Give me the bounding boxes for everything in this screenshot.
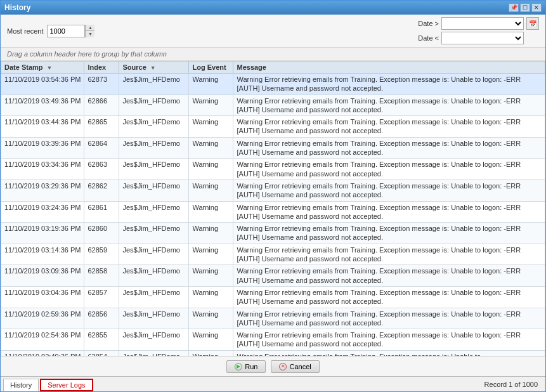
cell-date-text: 11/10/2019 03:09:36 PM <box>4 267 81 275</box>
most-recent-input[interactable]: 1000 <box>47 25 85 37</box>
cell-message-text: Warning Error retrieving emails from Tra… <box>237 310 521 327</box>
cell-logevent-text: Warning <box>192 160 218 168</box>
cell-date: 11/10/2019 02:49:36 PM <box>1 350 84 356</box>
table-row[interactable]: 11/10/2019 02:54:36 PM62855Jes$Jim_HFDem… <box>1 329 545 351</box>
cell-date: 11/10/2019 02:59:36 PM <box>1 308 84 329</box>
date-lt-select[interactable] <box>441 32 524 44</box>
tab-history[interactable]: History <box>3 379 39 391</box>
cell-source: Jes$Jim_HFDemo <box>119 223 189 244</box>
cell-message: Warning Error retrieving emails from Tra… <box>233 286 545 308</box>
table-row[interactable]: 11/10/2019 03:24:36 PM62861Jes$Jim_HFDem… <box>1 201 545 223</box>
most-recent-spinner[interactable]: 1000 ▲ ▼ <box>47 25 94 37</box>
table-row[interactable]: 11/10/2019 03:19:36 PM62860Jes$Jim_HFDem… <box>1 223 545 244</box>
table-row[interactable]: 11/10/2019 03:04:36 PM62857Jes$Jim_HFDem… <box>1 286 545 308</box>
cell-date-text: 11/10/2019 02:59:36 PM <box>4 310 81 318</box>
history-table: Date Stamp ▼ Index Source ▼ Log Event Me… <box>1 61 545 356</box>
date-lt-row: Date < <box>413 32 539 44</box>
cell-message-text: Warning Error retrieving emails from Tra… <box>237 75 521 92</box>
cell-logevent: Warning <box>189 159 233 180</box>
cell-logevent-text: Warning <box>192 310 218 318</box>
title-bar-buttons: 📌 ☐ ✕ <box>509 3 542 12</box>
cell-index-text: 62861 <box>88 204 107 211</box>
table-row[interactable]: 11/10/2019 03:39:36 PM62864Jes$Jim_HFDem… <box>1 137 545 159</box>
date-lt-label: Date < <box>413 34 439 42</box>
col-header-message[interactable]: Message <box>233 62 545 74</box>
cell-message-text: Warning Error retrieving emails from Tra… <box>237 204 521 220</box>
cancel-button[interactable]: ✕ Cancel <box>271 360 319 373</box>
cell-source-text: Jes$Jim_HFDemo <box>122 246 179 254</box>
cell-index-text: 62858 <box>88 267 107 275</box>
title-bar: History 📌 ☐ ✕ <box>1 1 545 15</box>
history-window: History 📌 ☐ ✕ Most recent 1000 ▲ ▼ Date … <box>0 0 546 392</box>
cell-date: 11/10/2019 03:39:36 PM <box>1 137 84 159</box>
cell-source: Jes$Jim_HFDemo <box>119 74 189 95</box>
close-button[interactable]: ✕ <box>531 3 542 12</box>
table-header-row: Date Stamp ▼ Index Source ▼ Log Event Me… <box>1 62 545 74</box>
cell-index: 62856 <box>84 308 119 329</box>
cell-logevent: Warning <box>189 350 233 356</box>
cell-message: Warning Error retrieving emails from Tra… <box>233 116 545 138</box>
cell-date-text: 11/10/2019 03:04:36 PM <box>4 289 81 296</box>
table-row[interactable]: 11/10/2019 03:14:36 PM62859Jes$Jim_HFDem… <box>1 244 545 265</box>
cell-date: 11/10/2019 03:09:36 PM <box>1 265 84 287</box>
cell-index-text: 62873 <box>88 75 107 83</box>
cell-logevent-text: Warning <box>192 246 218 254</box>
cell-date: 11/10/2019 03:44:36 PM <box>1 116 84 138</box>
cell-source: Jes$Jim_HFDemo <box>119 201 189 223</box>
cell-source-text: Jes$Jim_HFDemo <box>122 289 179 296</box>
cell-logevent: Warning <box>189 74 233 95</box>
cell-message: Warning Error retrieving emails from Tra… <box>233 329 545 351</box>
pin-button[interactable]: 📌 <box>509 3 519 12</box>
tab-history-label: History <box>10 381 32 389</box>
cell-index: 62861 <box>84 201 119 223</box>
table-row[interactable]: 11/10/2019 03:34:36 PM62863Jes$Jim_HFDem… <box>1 159 545 180</box>
table-row[interactable]: 11/10/2019 03:29:36 PM62862Jes$Jim_HFDem… <box>1 180 545 201</box>
table-row[interactable]: 11/10/2019 02:59:36 PM62856Jes$Jim_HFDem… <box>1 308 545 329</box>
cell-message-text: Warning Error retrieving emails from Tra… <box>237 246 521 263</box>
filter-right: Date > 📅 Date < <box>413 17 539 44</box>
cell-message-text: Warning Error retrieving emails from Tra… <box>237 182 521 199</box>
cell-message-text: Warning Error retrieving emails from Tra… <box>237 331 521 348</box>
col-header-date[interactable]: Date Stamp ▼ <box>1 62 84 74</box>
table-body: 11/10/2019 03:54:36 PM62873Jes$Jim_HFDem… <box>1 74 545 356</box>
date-gt-select[interactable] <box>441 17 524 30</box>
cell-message-text: Warning Error retrieving emails from Tra… <box>237 225 521 241</box>
col-header-logevent[interactable]: Log Event <box>189 62 233 74</box>
run-button[interactable]: ▶ Run <box>226 360 266 373</box>
cell-logevent: Warning <box>189 265 233 287</box>
cell-date-text: 11/10/2019 03:54:36 PM <box>4 75 81 83</box>
spin-down-button[interactable]: ▼ <box>86 31 94 37</box>
table-row[interactable]: 11/10/2019 03:49:36 PM62866Jes$Jim_HFDem… <box>1 95 545 116</box>
cell-logevent: Warning <box>189 180 233 201</box>
cell-date: 11/10/2019 03:34:36 PM <box>1 159 84 180</box>
table-row[interactable]: 11/10/2019 03:09:36 PM62858Jes$Jim_HFDem… <box>1 265 545 287</box>
cell-index: 62855 <box>84 329 119 351</box>
col-header-source[interactable]: Source ▼ <box>119 62 189 74</box>
cell-message-text: Warning Error retrieving emails from Tra… <box>237 267 521 284</box>
group-hint: Drag a column header here to group by th… <box>1 48 545 61</box>
record-count: Record 1 of 1000 <box>479 381 543 388</box>
date-gt-calendar-button[interactable]: 📅 <box>526 17 539 30</box>
cell-date-text: 11/10/2019 03:29:36 PM <box>4 182 81 190</box>
tab-server-logs[interactable]: Server Logs <box>40 379 93 391</box>
cell-source-text: Jes$Jim_HFDemo <box>122 182 179 190</box>
filter-bar: Most recent 1000 ▲ ▼ Date > 📅 Date < <box>1 15 545 48</box>
table-row[interactable]: 11/10/2019 03:44:36 PM62865Jes$Jim_HFDem… <box>1 116 545 138</box>
col-header-index[interactable]: Index <box>84 62 119 74</box>
cell-index: 62857 <box>84 286 119 308</box>
window-title: History <box>4 3 30 12</box>
cell-date: 11/10/2019 03:24:36 PM <box>1 201 84 223</box>
cell-source-text: Jes$Jim_HFDemo <box>122 225 179 232</box>
cell-message: Warning Error retrieving emails from Tra… <box>233 223 545 244</box>
cell-message: Warning Error retrieving emails from Tra… <box>233 350 545 356</box>
cell-message: Warning Error retrieving emails from Tra… <box>233 95 545 116</box>
run-label: Run <box>245 363 257 370</box>
table-row[interactable]: 11/10/2019 03:54:36 PM62873Jes$Jim_HFDem… <box>1 74 545 95</box>
cell-message: Warning Error retrieving emails from Tra… <box>233 265 545 287</box>
table-row[interactable]: 11/10/2019 02:49:36 PM62854Jes$Jim_HFDem… <box>1 350 545 356</box>
restore-button[interactable]: ☐ <box>520 3 530 12</box>
cell-message-text: Warning Error retrieving emails from Tra… <box>237 118 521 134</box>
cell-index-text: 62862 <box>88 182 107 190</box>
cell-source-text: Jes$Jim_HFDemo <box>122 160 179 168</box>
spin-up-button[interactable]: ▲ <box>86 25 94 31</box>
